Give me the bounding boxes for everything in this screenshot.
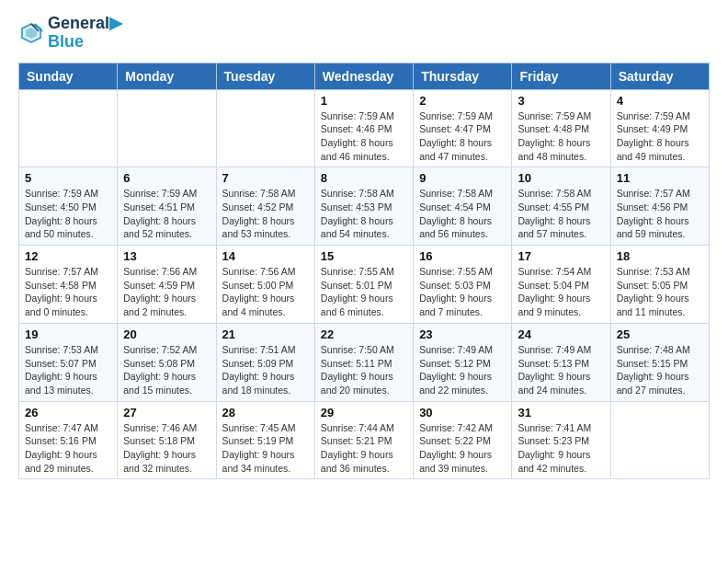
day-number: 24 (518, 327, 604, 341)
day-info: Sunrise: 7:52 AM Sunset: 5:08 PM Dayligh… (123, 343, 210, 397)
weekday-header-monday: Monday (118, 63, 216, 89)
calendar-cell: 6Sunrise: 7:59 AM Sunset: 4:51 PM Daylig… (118, 167, 216, 246)
calendar-cell: 21Sunrise: 7:51 AM Sunset: 5:09 PM Dayli… (216, 323, 314, 401)
day-number: 14 (222, 249, 309, 263)
day-info: Sunrise: 7:59 AM Sunset: 4:47 PM Dayligh… (419, 109, 506, 164)
calendar-week-4: 19Sunrise: 7:53 AM Sunset: 5:07 PM Dayli… (19, 323, 710, 401)
weekday-header-saturday: Saturday (610, 63, 709, 89)
day-info: Sunrise: 7:58 AM Sunset: 4:54 PM Dayligh… (419, 187, 506, 241)
day-number: 29 (321, 406, 407, 419)
calendar-cell: 9Sunrise: 7:58 AM Sunset: 4:54 PM Daylig… (414, 167, 512, 246)
day-number: 25 (617, 327, 703, 341)
calendar-week-3: 12Sunrise: 7:57 AM Sunset: 4:58 PM Dayli… (19, 246, 710, 324)
calendar-cell: 17Sunrise: 7:54 AM Sunset: 5:04 PM Dayli… (512, 246, 610, 324)
calendar-cell: 28Sunrise: 7:45 AM Sunset: 5:19 PM Dayli… (216, 401, 314, 479)
weekday-header-thursday: Thursday (414, 63, 512, 89)
calendar-cell: 24Sunrise: 7:49 AM Sunset: 5:13 PM Dayli… (512, 323, 610, 401)
calendar-cell: 19Sunrise: 7:53 AM Sunset: 5:07 PM Dayli… (19, 323, 118, 401)
calendar-cell: 4Sunrise: 7:59 AM Sunset: 4:49 PM Daylig… (610, 89, 709, 167)
calendar-cell: 18Sunrise: 7:53 AM Sunset: 5:05 PM Dayli… (610, 246, 709, 324)
logo-icon (18, 20, 44, 46)
day-number: 26 (25, 406, 111, 419)
day-info: Sunrise: 7:54 AM Sunset: 5:04 PM Dayligh… (518, 265, 604, 319)
calendar-cell: 29Sunrise: 7:44 AM Sunset: 5:21 PM Dayli… (314, 401, 413, 479)
day-number: 11 (617, 171, 703, 185)
day-number: 12 (25, 249, 111, 263)
day-number: 16 (419, 249, 506, 263)
day-number: 1 (321, 94, 407, 108)
day-number: 10 (518, 171, 604, 185)
day-number: 5 (25, 171, 111, 185)
day-info: Sunrise: 7:58 AM Sunset: 4:55 PM Dayligh… (518, 187, 604, 241)
calendar-cell: 14Sunrise: 7:56 AM Sunset: 5:00 PM Dayli… (216, 246, 314, 324)
weekday-header-wednesday: Wednesday (314, 63, 413, 89)
day-number: 6 (123, 171, 210, 185)
day-number: 23 (419, 327, 506, 341)
calendar-cell: 5Sunrise: 7:59 AM Sunset: 4:50 PM Daylig… (19, 167, 118, 246)
calendar-cell: 30Sunrise: 7:42 AM Sunset: 5:22 PM Dayli… (414, 401, 512, 479)
day-info: Sunrise: 7:53 AM Sunset: 5:05 PM Dayligh… (617, 265, 703, 319)
day-info: Sunrise: 7:45 AM Sunset: 5:19 PM Dayligh… (222, 421, 309, 476)
day-info: Sunrise: 7:58 AM Sunset: 4:52 PM Dayligh… (222, 187, 309, 241)
day-number: 28 (222, 406, 309, 419)
day-info: Sunrise: 7:59 AM Sunset: 4:46 PM Dayligh… (321, 109, 407, 164)
day-info: Sunrise: 7:55 AM Sunset: 5:01 PM Dayligh… (321, 265, 407, 319)
calendar-cell: 13Sunrise: 7:56 AM Sunset: 4:59 PM Dayli… (118, 246, 216, 324)
calendar-cell: 12Sunrise: 7:57 AM Sunset: 4:58 PM Dayli… (19, 246, 118, 324)
day-info: Sunrise: 7:47 AM Sunset: 5:16 PM Dayligh… (25, 421, 111, 476)
day-info: Sunrise: 7:57 AM Sunset: 4:58 PM Dayligh… (25, 265, 111, 319)
calendar-cell: 1Sunrise: 7:59 AM Sunset: 4:46 PM Daylig… (314, 89, 413, 167)
day-info: Sunrise: 7:53 AM Sunset: 5:07 PM Dayligh… (25, 343, 111, 397)
day-number: 18 (617, 249, 703, 263)
day-number: 17 (518, 249, 604, 263)
day-number: 22 (321, 327, 407, 341)
calendar-cell: 31Sunrise: 7:41 AM Sunset: 5:23 PM Dayli… (512, 401, 610, 479)
calendar-week-5: 26Sunrise: 7:47 AM Sunset: 5:16 PM Dayli… (19, 401, 710, 479)
calendar-cell: 25Sunrise: 7:48 AM Sunset: 5:15 PM Dayli… (610, 323, 709, 401)
day-info: Sunrise: 7:59 AM Sunset: 4:51 PM Dayligh… (123, 187, 210, 241)
calendar-cell: 2Sunrise: 7:59 AM Sunset: 4:47 PM Daylig… (414, 89, 512, 167)
calendar-cell (118, 89, 216, 167)
day-number: 7 (222, 171, 309, 185)
calendar-cell: 23Sunrise: 7:49 AM Sunset: 5:12 PM Dayli… (414, 323, 512, 401)
calendar-cell: 27Sunrise: 7:46 AM Sunset: 5:18 PM Dayli… (118, 401, 216, 479)
day-number: 2 (419, 94, 506, 108)
calendar-cell (19, 89, 118, 167)
calendar-cell: 15Sunrise: 7:55 AM Sunset: 5:01 PM Dayli… (314, 246, 413, 324)
page-header: General▶ Blue (18, 15, 710, 52)
day-info: Sunrise: 7:58 AM Sunset: 4:53 PM Dayligh… (321, 187, 407, 241)
calendar-cell: 26Sunrise: 7:47 AM Sunset: 5:16 PM Dayli… (19, 401, 118, 479)
day-info: Sunrise: 7:56 AM Sunset: 5:00 PM Dayligh… (222, 265, 309, 319)
day-number: 8 (321, 171, 407, 185)
day-info: Sunrise: 7:41 AM Sunset: 5:23 PM Dayligh… (518, 421, 604, 476)
calendar-cell: 10Sunrise: 7:58 AM Sunset: 4:55 PM Dayli… (512, 167, 610, 246)
day-info: Sunrise: 7:56 AM Sunset: 4:59 PM Dayligh… (123, 265, 210, 319)
calendar-week-1: 1Sunrise: 7:59 AM Sunset: 4:46 PM Daylig… (19, 89, 710, 167)
calendar-cell: 3Sunrise: 7:59 AM Sunset: 4:48 PM Daylig… (512, 89, 610, 167)
day-info: Sunrise: 7:48 AM Sunset: 5:15 PM Dayligh… (617, 343, 703, 397)
day-number: 19 (25, 327, 111, 341)
day-info: Sunrise: 7:49 AM Sunset: 5:12 PM Dayligh… (419, 343, 506, 397)
day-number: 31 (518, 406, 604, 419)
day-number: 3 (518, 94, 604, 108)
day-info: Sunrise: 7:59 AM Sunset: 4:48 PM Dayligh… (518, 109, 604, 164)
day-info: Sunrise: 7:42 AM Sunset: 5:22 PM Dayligh… (419, 421, 506, 476)
day-number: 20 (123, 327, 210, 341)
day-info: Sunrise: 7:44 AM Sunset: 5:21 PM Dayligh… (321, 421, 407, 476)
day-number: 13 (123, 249, 210, 263)
day-info: Sunrise: 7:57 AM Sunset: 4:56 PM Dayligh… (617, 187, 703, 241)
calendar-cell: 20Sunrise: 7:52 AM Sunset: 5:08 PM Dayli… (118, 323, 216, 401)
calendar-cell: 8Sunrise: 7:58 AM Sunset: 4:53 PM Daylig… (314, 167, 413, 246)
calendar-cell (216, 89, 314, 167)
day-info: Sunrise: 7:59 AM Sunset: 4:50 PM Dayligh… (25, 187, 111, 241)
day-info: Sunrise: 7:50 AM Sunset: 5:11 PM Dayligh… (321, 343, 407, 397)
weekday-header-row: SundayMondayTuesdayWednesdayThursdayFrid… (19, 63, 710, 89)
calendar-cell: 7Sunrise: 7:58 AM Sunset: 4:52 PM Daylig… (216, 167, 314, 246)
day-info: Sunrise: 7:55 AM Sunset: 5:03 PM Dayligh… (419, 265, 506, 319)
calendar-cell: 11Sunrise: 7:57 AM Sunset: 4:56 PM Dayli… (610, 167, 709, 246)
day-info: Sunrise: 7:46 AM Sunset: 5:18 PM Dayligh… (123, 421, 210, 476)
calendar-week-2: 5Sunrise: 7:59 AM Sunset: 4:50 PM Daylig… (19, 167, 710, 246)
calendar-cell: 22Sunrise: 7:50 AM Sunset: 5:11 PM Dayli… (314, 323, 413, 401)
calendar-table: SundayMondayTuesdayWednesdayThursdayFrid… (18, 63, 710, 480)
day-number: 27 (123, 406, 210, 419)
